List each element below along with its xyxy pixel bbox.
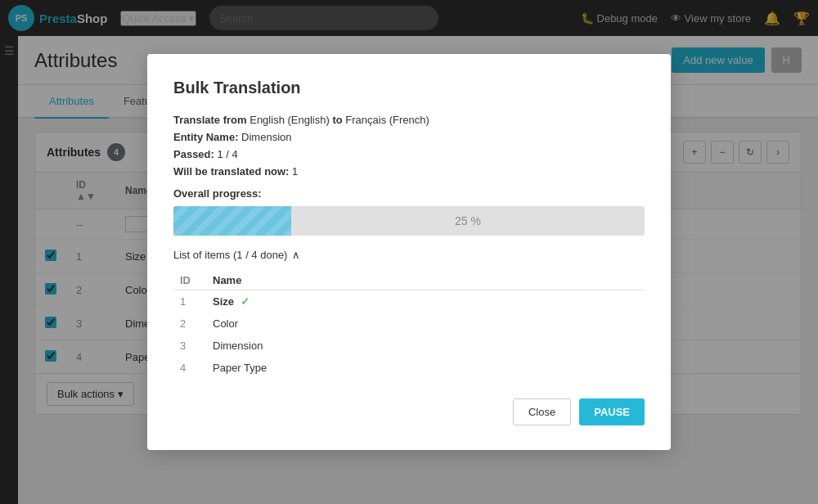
list-item: 1 Size ✓: [173, 290, 645, 313]
translate-from-line: Translate from English (English) to Fran…: [173, 114, 645, 126]
list-toggle[interactable]: List of items (1 / 4 done) ∧: [173, 249, 645, 261]
modal-footer: Close PAUSE: [173, 398, 645, 425]
items-col-name: Name: [206, 271, 645, 290]
list-item: 4 Paper Type: [173, 357, 645, 379]
item-id-4: 4: [173, 357, 206, 379]
progress-bar-text: 25 %: [291, 206, 645, 236]
pause-button[interactable]: PAUSE: [579, 398, 645, 425]
entity-name-line: Entity Name: Dimension: [173, 131, 645, 143]
progress-bar: 25 %: [173, 206, 645, 236]
will-translate-line: Will be translated now: 1: [173, 165, 645, 178]
bulk-translation-modal: Bulk Translation Translate from English …: [147, 54, 671, 450]
item-id-1: 1: [173, 290, 206, 313]
modal-title: Bulk Translation: [173, 79, 645, 97]
item-id-2: 2: [173, 313, 206, 335]
close-modal-button[interactable]: Close: [513, 398, 571, 425]
item-name-2: Color: [206, 313, 645, 335]
modal-overlay: Bulk Translation Translate from English …: [0, 0, 818, 504]
item-name-4: Paper Type: [206, 357, 645, 379]
check-icon-1: ✓: [240, 295, 249, 308]
overall-progress-label: Overall progress:: [173, 187, 645, 200]
item-name-3: Dimension: [206, 335, 645, 357]
list-item: 3 Dimension: [173, 335, 645, 357]
progress-bar-fill: [173, 206, 291, 236]
chevron-up-icon: ∧: [292, 249, 300, 261]
items-table: ID Name 1 Size ✓ 2 Color 3 Dimension: [173, 271, 645, 379]
items-col-id: ID: [173, 271, 206, 290]
passed-line: Passed: 1 / 4: [173, 148, 645, 160]
items-table-head: ID Name: [173, 271, 645, 290]
item-name-1: Size ✓: [206, 290, 645, 313]
item-id-3: 3: [173, 335, 206, 357]
list-item: 2 Color: [173, 313, 645, 335]
